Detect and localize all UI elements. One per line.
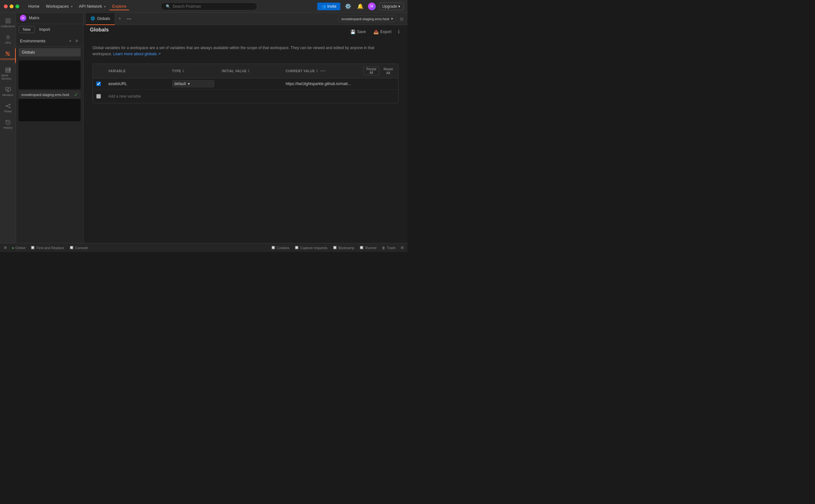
upgrade-chevron: ▾ [398,4,400,9]
tab-globals[interactable]: 🌐 Globals [86,13,115,25]
variables-table-wrapper: VARIABLE TYPE ℹ INITIAL VALUE ℹ CURRENT … [92,64,399,103]
find-replace-button[interactable]: 🔲 Find and Replace [31,246,64,250]
search-bar[interactable]: 🔍 [161,3,257,10]
tab-bar: 🌐 Globals + ••• snowleopard-staging.ems.… [83,13,407,25]
initial-info-icon[interactable]: ℹ [248,69,250,73]
status-layout-button[interactable]: ⊞ [4,246,7,250]
apis-icon [5,34,11,40]
nav-home[interactable]: Home [26,3,42,10]
import-button[interactable]: Import [37,26,53,33]
sidebar-item-collections[interactable]: Collections [0,15,16,30]
cell-initial-value[interactable] [218,81,282,86]
sidebar-item-environments[interactable]: Environments [0,48,16,63]
minimize-button[interactable] [10,4,13,8]
table-row: assetsURL default ▾ https://twi1lightspa… [93,78,398,90]
env-card-1[interactable] [19,60,81,89]
collections-icon [5,18,11,24]
sidebar-item-mock-servers[interactable]: Mock Servers [0,65,16,83]
capture-requests-button[interactable]: 🔲 Capture requests [294,246,327,250]
resize-button[interactable]: ⊞ [401,246,404,250]
status-right: 🔲 Cookies 🔲 Capture requests 🔲 Bootcamp … [271,246,404,250]
traffic-lights [4,4,19,8]
sidebar-header-actions: + ≡ [68,38,79,44]
console-button[interactable]: 🔲 Console [69,246,88,250]
cell-current-value[interactable]: https://twi1lightsparkle.github.io/matr.… [282,79,360,89]
save-button[interactable]: 💾 Save [348,28,368,36]
status-online[interactable]: ● Online [12,246,25,250]
upgrade-button[interactable]: Upgrade ▾ [379,3,404,10]
svg-point-5 [6,52,7,53]
add-environment-button[interactable]: + [68,38,73,44]
type-select-chevron: ▾ [188,82,190,86]
add-tab-button[interactable]: + [115,15,125,22]
type-info-icon[interactable]: ℹ [182,69,184,73]
environment-list: snowleopard-staging.ems.host ✓ [16,58,83,243]
sidebar-item-monitors[interactable]: Monitors [0,84,16,99]
svg-point-12 [9,70,10,71]
current-info-icon[interactable]: ℹ [316,69,318,73]
status-left: ⊞ ● Online 🔲 Find and Replace 🔲 Console [4,246,88,250]
env-selector-chevron: ▾ [391,17,393,21]
environment-selector[interactable]: snowleopard-staging.ems.host ▾ [338,15,396,22]
api-network-chevron: ▾ [104,5,106,8]
svg-point-7 [8,55,9,56]
cookies-button[interactable]: 🔲 Cookies [271,246,290,250]
type-select[interactable]: default ▾ [172,80,214,87]
close-button[interactable] [4,4,8,8]
description-text: Global variables for a workspace are a s… [92,45,381,57]
workspaces-chevron: ▾ [71,5,73,8]
trash-button[interactable]: 🗑 Trash [382,246,396,250]
console-icon: 🔲 [69,246,74,250]
env-card-footer: snowleopard-staging.ems.host ✓ [19,91,81,99]
add-variable-input[interactable] [104,92,398,100]
tab-globals-icon: 🌐 [91,16,95,21]
content-area: 🌐 Globals + ••• snowleopard-staging.ems.… [83,13,407,243]
learn-more-link[interactable]: Learn more about globals ↗ [113,52,161,56]
nav-workspaces[interactable]: Workspaces ▾ [43,3,75,10]
nav-explore[interactable]: Explore [110,3,129,10]
sidebar-item-apis[interactable]: APIs [0,32,16,47]
invite-button[interactable]: 👥 Invite [317,3,340,10]
globals-item[interactable]: Globals [19,48,81,56]
filter-button[interactable]: ≡ [74,38,79,44]
env-card-image-2 [19,99,81,121]
env-selector-value: snowleopard-staging.ems.host [341,17,389,21]
bootcamp-button[interactable]: 🔲 Bootcamp [333,246,355,250]
layout-button[interactable]: ⊞ [399,15,405,23]
persist-all-button[interactable]: Persist All [364,66,379,75]
settings-button[interactable]: ⚙️ [344,2,353,11]
sidebar-header: Environments + ≡ [16,35,83,47]
sidebar-header-left: Environments [20,39,45,43]
export-button[interactable]: 📤 Export [371,28,394,36]
more-tabs-button[interactable]: ••• [125,16,133,22]
cell-variable[interactable]: assetsURL [104,79,168,89]
mock-servers-icon [5,67,11,73]
status-bar: ⊞ ● Online 🔲 Find and Replace 🔲 Console … [0,243,407,252]
main-content: Global variables for a workspace are a s… [83,39,407,243]
new-button[interactable]: New [19,26,35,33]
sidebar-section-title: Environments [20,39,45,43]
svg-point-11 [9,68,10,69]
sidebar-item-history[interactable]: History [0,117,16,132]
search-input[interactable] [172,4,252,9]
monitors-icon [5,87,11,92]
nav-api-network[interactable]: API Network ▾ [76,3,109,10]
row-checkbox[interactable] [96,82,101,86]
svg-point-6 [7,53,8,54]
notifications-button[interactable]: 🔔 [356,2,365,11]
sidebar-secondary: M Matrix New Import Environments + ≡ Glo… [16,13,83,243]
info-button[interactable]: ℹ [397,28,401,36]
find-replace-icon: 🔲 [31,246,35,250]
cell-actions [360,81,398,86]
env-card-named[interactable]: snowleopard-staging.ems.host ✓ [19,91,81,121]
col-header-initial: INITIAL VALUE ℹ [218,64,282,78]
fullscreen-button[interactable] [15,4,19,8]
page-title: Globals [90,27,109,33]
export-icon: 📤 [373,30,379,34]
runner-button[interactable]: 🔲 Runner [359,246,377,250]
avatar[interactable]: M [368,3,376,10]
reset-all-button[interactable]: Reset All [382,66,395,75]
svg-point-14 [6,106,7,107]
current-more-icon[interactable]: ••• [320,68,325,74]
sidebar-item-flows[interactable]: Flows [0,100,16,116]
